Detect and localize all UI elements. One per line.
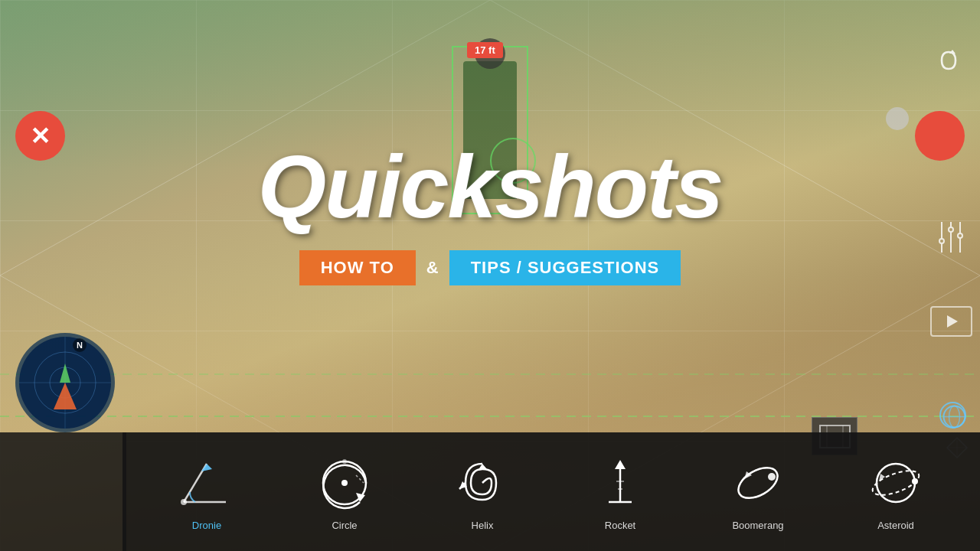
left-panel xyxy=(0,432,126,551)
svg-point-38 xyxy=(342,459,347,464)
quickshot-dronie[interactable]: Dronie xyxy=(161,445,253,539)
svg-point-50 xyxy=(768,473,776,481)
quickshot-circle[interactable]: Circle xyxy=(299,445,390,539)
rocket-icon xyxy=(590,452,651,514)
helix-icon xyxy=(452,452,513,514)
circle-label: Circle xyxy=(332,520,357,531)
asteroid-icon xyxy=(865,452,926,514)
circle-icon xyxy=(314,452,375,514)
svg-point-34 xyxy=(181,499,187,505)
svg-marker-44 xyxy=(615,460,626,469)
svg-marker-33 xyxy=(201,464,212,471)
how-to-badge: HOW TO xyxy=(299,250,416,285)
quickshot-boomerang[interactable]: Boomerang xyxy=(712,445,804,539)
helix-label: Helix xyxy=(472,520,494,531)
dronie-label: Dronie xyxy=(192,520,221,531)
dronie-icon xyxy=(176,452,237,514)
boomerang-label: Boomerang xyxy=(732,520,783,531)
quickshot-rocket[interactable]: Rocket xyxy=(574,445,666,539)
svg-point-52 xyxy=(877,464,915,502)
subtitle-row: HOW TO & TIPS / SUGGESTIONS xyxy=(299,250,681,285)
svg-point-37 xyxy=(341,480,348,486)
tips-badge: TIPS / SUGGESTIONS xyxy=(449,250,681,285)
svg-point-54 xyxy=(912,478,918,484)
ampersand-text: & xyxy=(426,258,439,278)
asteroid-label: Asteroid xyxy=(877,520,914,531)
quickshot-helix[interactable]: Helix xyxy=(436,445,528,539)
boomerang-icon xyxy=(727,452,789,514)
page-title: Quickshots xyxy=(258,143,722,231)
bottom-bar: Dronie Circle xyxy=(122,432,980,551)
rocket-label: Rocket xyxy=(605,520,635,531)
quickshot-asteroid[interactable]: Asteroid xyxy=(850,445,942,539)
svg-line-39 xyxy=(356,475,364,483)
